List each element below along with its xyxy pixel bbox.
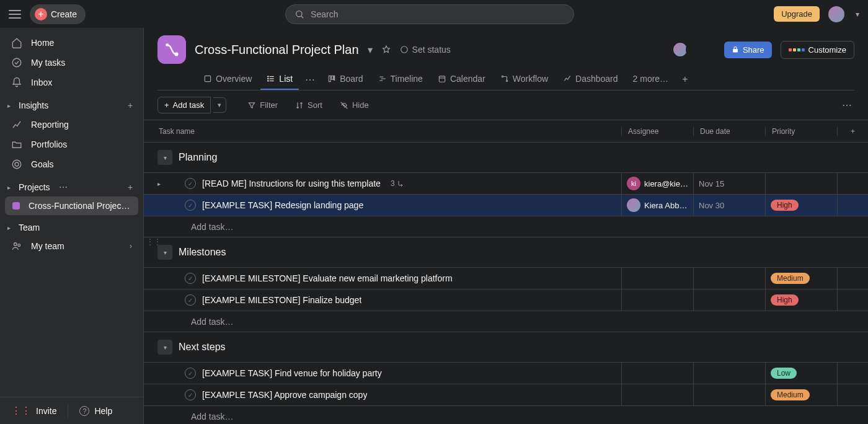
cell-priority[interactable]: Medium: [765, 384, 837, 405]
task-row[interactable]: ✓[EXAMPLE MILESTONE] Evaluate new email …: [144, 267, 868, 289]
col-priority[interactable]: Priority: [765, 127, 837, 136]
share-button[interactable]: Share: [724, 42, 772, 58]
sort-button[interactable]: Sort: [288, 97, 330, 113]
task-title: [EXAMPLE TASK] Redesign landing page: [202, 200, 363, 210]
tab-more-icon[interactable]: ⋯: [301, 74, 319, 86]
search-input[interactable]: [311, 9, 565, 19]
add-task-inline[interactable]: Add task…: [144, 311, 868, 332]
add-task-inline[interactable]: Add task…: [144, 216, 868, 237]
chevron-down-icon[interactable]: ▾: [856, 10, 859, 19]
task-row[interactable]: ▸✓[READ ME] Instructions for using this …: [144, 172, 868, 194]
invite-button[interactable]: ⋮⋮ Invite: [0, 397, 68, 424]
cell-assignee[interactable]: [621, 384, 693, 405]
list-icon: [267, 74, 275, 83]
complete-checkbox[interactable]: ✓: [185, 200, 196, 211]
cell-assignee[interactable]: [621, 289, 693, 311]
search-input-wrap[interactable]: [285, 4, 574, 24]
nav-goals[interactable]: Goals: [0, 154, 143, 174]
cell-due[interactable]: Nov 15: [693, 173, 765, 194]
col-task-name[interactable]: Task name: [144, 127, 621, 136]
section-header-row[interactable]: ▾Next steps: [144, 332, 868, 362]
cell-trailing: [837, 384, 868, 405]
cell-priority[interactable]: [765, 173, 837, 194]
section-header-row[interactable]: ▾Milestones: [144, 237, 868, 267]
chart-icon: [11, 119, 22, 130]
task-row[interactable]: ✓[EXAMPLE TASK] Redesign landing pageKie…: [144, 194, 868, 216]
col-assignee[interactable]: Assignee: [621, 127, 693, 136]
svg-point-0: [296, 11, 302, 16]
hide-button[interactable]: Hide: [332, 97, 376, 113]
home-icon: [11, 37, 22, 48]
nav-label: Home: [31, 38, 54, 48]
task-row[interactable]: ✓[EXAMPLE MILESTONE] Finalize budgetHigh: [144, 289, 868, 311]
task-row[interactable]: ✓[EXAMPLE TASK] Find venue for holiday p…: [144, 362, 868, 384]
section-projects[interactable]: ▸ Projects ⋯ +: [0, 174, 143, 197]
section-insights[interactable]: ▸ Insights +: [0, 92, 143, 115]
filter-button[interactable]: Filter: [240, 97, 285, 113]
cell-priority[interactable]: Medium: [765, 268, 837, 289]
complete-checkbox[interactable]: ✓: [185, 273, 196, 284]
section-header-row[interactable]: ▾Planning: [144, 143, 868, 172]
nav-myteam[interactable]: My team ›: [0, 236, 143, 256]
user-avatar[interactable]: [828, 6, 844, 22]
cell-due[interactable]: [693, 363, 765, 384]
customize-button[interactable]: Customize: [781, 41, 854, 59]
add-tab-icon[interactable]: +: [677, 74, 693, 85]
add-project-icon[interactable]: +: [125, 182, 136, 193]
tab-overview[interactable]: Overview: [197, 69, 258, 90]
nav-portfolios[interactable]: Portfolios: [0, 135, 143, 154]
nav-reporting[interactable]: Reporting: [0, 115, 143, 135]
nav-mytasks[interactable]: My tasks: [0, 53, 143, 73]
help-button[interactable]: ? Help: [68, 399, 123, 423]
complete-checkbox[interactable]: ✓: [185, 178, 196, 189]
cell-priority[interactable]: Low: [765, 363, 837, 384]
nav-home[interactable]: Home: [0, 33, 143, 53]
add-task-dropdown[interactable]: ▾: [213, 97, 226, 113]
cell-priority[interactable]: High: [765, 289, 837, 311]
cell-due[interactable]: [693, 289, 765, 311]
add-task-inline[interactable]: Add task…: [144, 405, 868, 424]
nav-inbox[interactable]: Inbox: [0, 73, 143, 92]
section-team[interactable]: ▸ Team: [0, 215, 143, 236]
cell-assignee[interactable]: kikiera@kiera…: [621, 173, 693, 194]
tab-list[interactable]: List: [260, 69, 299, 90]
chevron-down-icon[interactable]: ▾: [368, 44, 373, 56]
upgrade-button[interactable]: Upgrade: [774, 6, 820, 22]
collapse-icon[interactable]: ▾: [157, 150, 172, 165]
tab-dashboard[interactable]: Dashboard: [557, 69, 624, 90]
toolbar-more-icon[interactable]: ⋯: [839, 97, 854, 113]
expand-icon[interactable]: ▸: [157, 180, 179, 187]
cell-assignee[interactable]: [621, 268, 693, 289]
member-stack[interactable]: [675, 42, 715, 58]
drag-handle-icon[interactable]: ⋮⋮: [146, 237, 161, 246]
tab-more[interactable]: 2 more…: [627, 69, 675, 90]
tab-workflow[interactable]: Workflow: [494, 69, 554, 90]
add-insight-icon[interactable]: +: [125, 100, 136, 111]
tab-calendar[interactable]: Calendar: [432, 69, 492, 90]
star-icon[interactable]: [381, 45, 391, 55]
svg-point-24: [502, 76, 503, 77]
menu-toggle[interactable]: [9, 8, 21, 20]
tab-timeline[interactable]: Timeline: [372, 69, 429, 90]
collapse-icon[interactable]: ▾: [157, 340, 172, 355]
complete-checkbox[interactable]: ✓: [185, 294, 196, 306]
complete-checkbox[interactable]: ✓: [185, 389, 196, 400]
tab-board[interactable]: Board: [321, 69, 369, 90]
project-item-cross-functional[interactable]: Cross-Functional Project…: [5, 197, 138, 215]
plus-icon: +: [35, 8, 47, 20]
cell-due[interactable]: [693, 268, 765, 289]
cell-due[interactable]: [693, 384, 765, 405]
collapse-icon[interactable]: ▾: [157, 245, 172, 260]
cell-priority[interactable]: High: [765, 195, 837, 216]
cell-due[interactable]: Nov 30: [693, 195, 765, 216]
task-row[interactable]: ✓[EXAMPLE TASK] Approve campaign copyMed…: [144, 384, 868, 405]
cell-assignee[interactable]: [621, 363, 693, 384]
add-column-icon[interactable]: +: [837, 127, 868, 136]
set-status-button[interactable]: Set status: [400, 45, 451, 55]
add-task-button[interactable]: + Add task: [157, 97, 211, 113]
create-button[interactable]: + Create: [30, 4, 86, 24]
col-due[interactable]: Due date: [693, 127, 765, 136]
complete-checkbox[interactable]: ✓: [185, 368, 196, 379]
more-icon[interactable]: ⋯: [59, 182, 68, 192]
cell-assignee[interactable]: Kiera Abba…: [621, 195, 693, 216]
